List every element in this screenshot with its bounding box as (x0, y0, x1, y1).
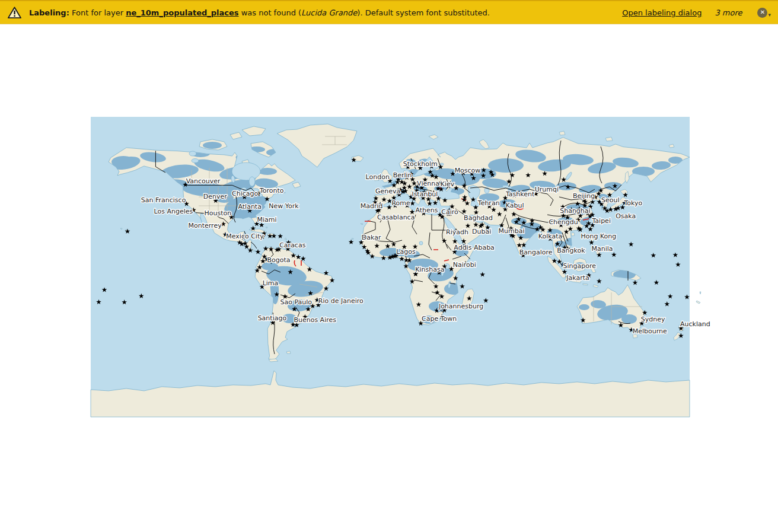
city-label: Casablanca (377, 214, 414, 221)
city-label: Rio de Janeiro (318, 297, 364, 305)
city-label: Chicago (232, 190, 258, 197)
close-icon[interactable]: ✕ (757, 8, 767, 18)
missing-font-name: Lucida Grande (301, 8, 357, 17)
city-label: Mexico City (226, 232, 264, 240)
city-label: New York (269, 202, 299, 210)
city-label: Kabul (506, 202, 524, 209)
open-labeling-dialog-link[interactable]: Open labeling dialog (622, 8, 702, 17)
city-label: Seoul (601, 196, 620, 204)
city-label: Auckland (680, 320, 710, 328)
city-label: Stockholm (403, 160, 438, 168)
city-label: Bangalore (519, 249, 553, 256)
city-label: Geneva (375, 187, 400, 195)
layer-name: ne_10m_populated_places (126, 8, 238, 17)
city-label: Riyadh (446, 228, 468, 236)
banner-message: Labeling: Font for layer ne_10m_populate… (29, 8, 490, 17)
city-label: Vienna (417, 180, 439, 187)
hudson-bay (232, 163, 260, 180)
city-label: Toronto (259, 187, 284, 195)
city-label: London (366, 173, 390, 181)
city-label: Urumqi (535, 186, 559, 193)
city-label: Manila (591, 245, 613, 253)
city-label: Singapore (563, 262, 596, 270)
city-label: Bangkok (557, 247, 585, 254)
banner-title: Labeling: (29, 8, 69, 17)
city-label: Sydney (641, 316, 665, 323)
city-label: Los Angeles (154, 208, 193, 215)
message-bar: Labeling: Font for layer ne_10m_populate… (0, 0, 778, 24)
city-label: Dubai (472, 228, 491, 235)
city-label: Osaka (616, 212, 636, 220)
city-label: Kinshasa (415, 266, 444, 273)
banner-text-mid: was not found ( (239, 8, 302, 17)
city-label: Caracas (279, 241, 305, 249)
city-label: Addis Ababa (454, 244, 495, 251)
city-label: Nairobi (453, 261, 476, 269)
city-label: Rome (391, 199, 410, 207)
city-label: Dakar (362, 234, 381, 241)
city-label: Athens (415, 206, 438, 214)
city-label: Kiev (441, 180, 455, 188)
more-notices-label[interactable]: 3 more (715, 8, 742, 17)
banner-text-post: ). Default system font substituted. (357, 8, 490, 17)
city-label: Mumbai (499, 227, 525, 235)
banner-text-pre: Font for layer (69, 8, 126, 17)
city-label: Jakarta (566, 274, 589, 282)
warning-triangle-icon (7, 6, 22, 20)
chevron-down-icon: ▾ (768, 12, 771, 18)
city-label: Baghdad (464, 214, 493, 222)
city-label: Tehran (477, 199, 500, 207)
close-button[interactable]: ✕ ▾ (757, 8, 771, 18)
map-canvas[interactable]: VancouverSan FranciscoLos AngelesDenverC… (91, 117, 690, 417)
city-label: Chengdu (549, 218, 578, 226)
city-label: Atlanta (238, 203, 261, 211)
city-label: Johannesburg (438, 302, 483, 310)
city-label: Sao Paulo (280, 298, 313, 306)
city-label: Miami (257, 216, 276, 224)
city-label: Vancouver (186, 177, 221, 185)
city-label: Santiago (258, 314, 287, 322)
city-label: Tokyo (623, 199, 642, 207)
city-label: Istanbul (412, 190, 438, 198)
city-label: Hong Kong (581, 232, 616, 240)
city-label: Lagos (396, 248, 416, 256)
city-label: Moscow (455, 167, 481, 174)
city-label: Berlin (393, 171, 412, 179)
city-label: Monterrey (189, 222, 222, 230)
city-label: Houston (204, 209, 231, 217)
city-label: Lima (263, 279, 279, 287)
city-label: Tashkent (505, 190, 535, 198)
city-label: Cape Town (422, 315, 457, 323)
city-label: Madrid (361, 202, 383, 210)
city-label: Denver (203, 193, 227, 200)
city-label: Bogota (267, 256, 291, 264)
city-label: Melbourne (633, 327, 667, 335)
city-label: Buenos Aires (294, 316, 336, 324)
city-label: Beijing (573, 192, 595, 200)
city-label: Cairo (441, 208, 458, 216)
city-label: Taipei (591, 217, 611, 225)
city-label: Kolkata (538, 232, 562, 240)
city-label: Shanghai (560, 207, 590, 215)
city-label: San Francisco (141, 196, 186, 204)
